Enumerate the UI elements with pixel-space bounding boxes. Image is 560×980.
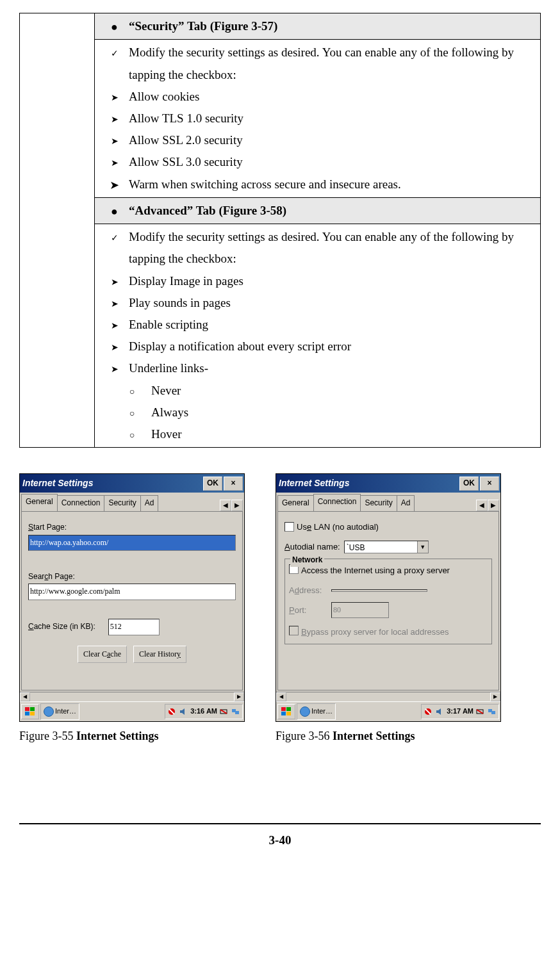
circle-icon: ○ [100, 423, 151, 443]
list-item: Never [151, 380, 535, 402]
circle-icon: ○ [100, 380, 151, 400]
heading-text: “Advanced” Tab (Figure 3-58) [129, 200, 535, 222]
windows-flag-icon [25, 707, 35, 716]
list-item: Display Image in pages [129, 270, 535, 292]
close-button[interactable]: × [224, 477, 243, 491]
body-text: Modify the security settings as desired.… [129, 42, 535, 85]
volume-icon [435, 707, 444, 716]
searchpage-input[interactable]: http://www.google.com/palm [28, 584, 236, 600]
tab-advanced-partial[interactable]: Ad [140, 495, 159, 511]
close-button[interactable]: × [480, 477, 499, 491]
tab-advanced-partial[interactable]: Ad [397, 495, 415, 511]
svg-rect-4 [235, 711, 239, 714]
scroll-left-icon[interactable]: ◀ [276, 692, 286, 701]
bypass-label: Bypass proxy server for local addresses [301, 625, 449, 639]
svg-marker-6 [436, 708, 441, 715]
list-item: Always [151, 402, 535, 423]
tab-general[interactable]: General [277, 495, 314, 511]
startpage-label: Start Page: [28, 521, 236, 535]
circle-icon: ○ [100, 402, 151, 421]
taskbar-label: Inter… [55, 705, 76, 718]
network-icon [488, 707, 497, 716]
network-group-label: Network [290, 553, 324, 568]
ok-button[interactable]: OK [459, 477, 479, 491]
network-icon [231, 707, 240, 716]
arrow-icon: ➤ [100, 108, 129, 127]
figure-caption: Figure 3-55 Internet Settings [19, 726, 243, 746]
arrow-icon: ➤ [100, 336, 129, 355]
scrollbar[interactable]: ◀ ▶ [20, 692, 244, 701]
bypass-checkbox[interactable] [289, 626, 299, 635]
figure-caption: Figure 3-56 Internet Settings [276, 726, 500, 746]
list-item: Allow cookies [129, 86, 535, 108]
figures-row: Internet Settings OK × General Connectio… [19, 473, 541, 746]
system-tray[interactable]: 3:16 AM [165, 704, 243, 719]
list-item: Hover [151, 423, 535, 445]
scrollbar[interactable]: ◀ ▶ [276, 692, 500, 701]
arrow-icon: ➤ [100, 314, 129, 334]
tab-general[interactable]: General [21, 494, 58, 511]
uselan-label: Use LAN (no autodial) [297, 519, 379, 534]
tray-icon [424, 707, 432, 716]
list-item: Underline links- [129, 357, 535, 379]
taskbar-label: Inter… [311, 705, 333, 718]
list-item: Allow SSL 2.0 security [129, 129, 535, 151]
window-title: Internet Settings [279, 475, 458, 491]
arrow-icon: ➤ [100, 174, 129, 195]
start-button[interactable] [21, 704, 39, 719]
globe-icon [44, 706, 54, 717]
clearhistory-button[interactable]: Clear History [133, 646, 186, 664]
autodial-label: Autodial name: [284, 539, 340, 554]
scroll-right-icon[interactable]: ▶ [234, 692, 244, 701]
address-input[interactable] [331, 589, 427, 592]
list-item: Play sounds in pages [129, 292, 535, 314]
cache-label: Cache Size (in KB): [28, 620, 95, 634]
list-item: Display a notification about every scrip… [129, 336, 535, 357]
list-item: Allow SSL 3.0 security [129, 151, 535, 173]
globe-icon [300, 706, 310, 717]
uselan-checkbox[interactable] [284, 522, 294, 532]
ok-button[interactable]: OK [203, 477, 222, 491]
list-item: Allow TLS 1.0 security [129, 108, 535, 129]
svg-rect-9 [491, 711, 495, 714]
address-label: Address: [289, 583, 327, 598]
tab-connection[interactable]: Connection [57, 495, 105, 511]
tab-connection[interactable]: Connection [313, 494, 361, 511]
start-button[interactable] [277, 704, 295, 719]
instruction-table: ● “Security” Tab (Figure 3-57) ✓ Modify … [19, 13, 541, 448]
arrow-icon: ➤ [100, 357, 129, 377]
port-label: Port: [289, 603, 327, 617]
tab-scroll-left[interactable]: ◀ [476, 500, 488, 511]
tab-scroll-right[interactable]: ▶ [488, 500, 499, 511]
scroll-right-icon[interactable]: ▶ [490, 692, 500, 701]
clock: 3:16 AM [190, 705, 217, 718]
tab-scroll-left[interactable]: ◀ [220, 500, 231, 511]
page-footer: 3-40 [19, 823, 541, 851]
autodial-combo[interactable]: `USB ▼ [344, 541, 429, 553]
windows-flag-icon [281, 707, 292, 716]
screenshot-connection: Internet Settings OK × General Connectio… [276, 473, 501, 722]
startpage-input[interactable]: http://wap.oa.yahoo.com/ [28, 535, 236, 551]
searchpage-label: Search Page: [28, 570, 236, 584]
battery-icon [220, 707, 229, 716]
volume-icon [179, 707, 188, 716]
bullet-icon: ● [100, 15, 129, 37]
dropdown-icon[interactable]: ▼ [417, 541, 428, 553]
tab-scroll-right[interactable]: ▶ [231, 500, 243, 511]
cache-input[interactable]: 512 [108, 619, 160, 635]
port-input[interactable]: 80 [331, 602, 389, 619]
taskbar-app[interactable]: Inter… [40, 703, 79, 720]
clearcache-button[interactable]: Clear Cache [78, 646, 127, 664]
scroll-left-icon[interactable]: ◀ [20, 692, 30, 701]
tab-security[interactable]: Security [104, 495, 140, 511]
taskbar-app[interactable]: Inter… [297, 703, 336, 720]
clock: 3:17 AM [447, 705, 474, 718]
svg-marker-1 [180, 708, 185, 715]
screenshot-general: Internet Settings OK × General Connectio… [19, 473, 245, 722]
tab-security[interactable]: Security [360, 495, 397, 511]
combo-value: `USB [345, 541, 417, 553]
system-tray[interactable]: 3:17 AM [421, 704, 499, 719]
arrow-icon: ➤ [100, 292, 129, 312]
arrow-icon: ➤ [100, 151, 129, 171]
list-item: Warm when switching across secure and in… [129, 174, 535, 195]
